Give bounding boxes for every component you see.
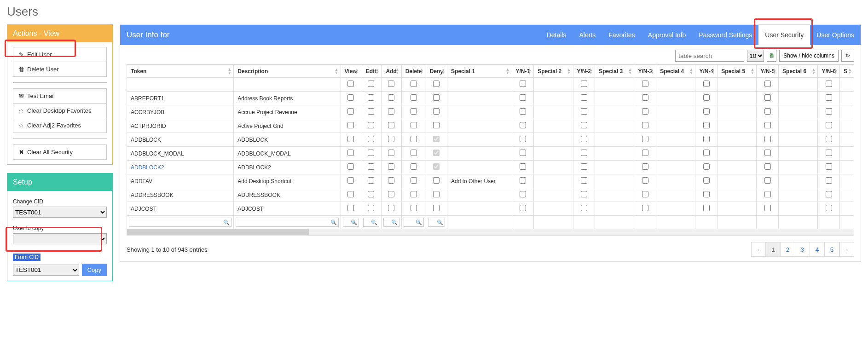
user-to-copy-select[interactable] [13, 233, 107, 244]
column-filter-input[interactable] [343, 218, 359, 227]
tab-details[interactable]: Details [540, 25, 573, 45]
column-header[interactable]: Y/N-4▲▼ [695, 65, 718, 78]
grid-checkbox[interactable] [520, 191, 526, 197]
column-header[interactable]: Edit▲▼ [361, 65, 381, 78]
grid-checkbox[interactable] [388, 108, 394, 115]
grid-checkbox[interactable] [703, 94, 710, 101]
tab-approval-info[interactable]: Approval Info [642, 25, 693, 45]
grid-checkbox[interactable] [520, 81, 526, 87]
grid-checkbox[interactable] [347, 81, 354, 87]
grid-checkbox[interactable] [520, 150, 526, 156]
grid-checkbox[interactable] [826, 94, 832, 101]
grid-checkbox[interactable] [520, 108, 526, 115]
grid-checkbox[interactable] [520, 136, 526, 142]
column-filter-input[interactable] [383, 218, 399, 227]
grid-checkbox[interactable] [433, 108, 440, 115]
column-header[interactable]: View▲▼ [341, 65, 361, 78]
grid-checkbox[interactable] [368, 94, 374, 101]
grid-checkbox[interactable] [642, 150, 648, 156]
table-scroll[interactable]: Token▲▼Description▲▼View▲▼Edit▲▼Add▲▼Del… [127, 64, 854, 229]
grid-checkbox[interactable] [703, 150, 710, 156]
grid-checkbox[interactable] [703, 108, 710, 115]
grid-checkbox[interactable] [347, 108, 354, 115]
page-next-button[interactable]: › [839, 242, 854, 257]
grid-checkbox[interactable] [581, 205, 587, 211]
grid-checkbox[interactable] [703, 163, 710, 170]
column-header[interactable]: S▲▼ [840, 65, 854, 78]
column-header[interactable]: Description▲▼ [234, 65, 341, 78]
grid-checkbox[interactable] [411, 177, 417, 184]
grid-checkbox[interactable] [368, 81, 374, 87]
grid-checkbox[interactable] [388, 163, 394, 170]
page-size-select[interactable]: 10 [747, 50, 764, 62]
tab-alerts[interactable]: Alerts [573, 25, 602, 45]
grid-checkbox[interactable] [581, 108, 587, 115]
grid-checkbox[interactable] [703, 205, 710, 211]
page-button[interactable]: 2 [781, 242, 795, 257]
column-filter-input[interactable] [129, 218, 231, 227]
column-filter-input[interactable] [404, 218, 424, 227]
grid-checkbox[interactable] [703, 136, 710, 142]
tab-user-security[interactable]: User Security [758, 25, 810, 45]
page-button[interactable]: 5 [825, 242, 839, 257]
column-header[interactable]: Add▲▼ [381, 65, 401, 78]
grid-checkbox[interactable] [368, 163, 374, 170]
grid-checkbox[interactable] [826, 205, 832, 211]
grid-checkbox[interactable] [368, 205, 374, 211]
grid-checkbox[interactable] [347, 177, 354, 184]
page-button[interactable]: 1 [766, 242, 781, 257]
clear-desktop-fav-button[interactable]: ☆ Clear Desktop Favorites [13, 104, 107, 118]
column-header[interactable]: Y/N-2▲▼ [573, 65, 595, 78]
tab-user-options[interactable]: User Options [810, 25, 861, 45]
grid-checkbox[interactable] [411, 122, 417, 128]
grid-checkbox[interactable] [581, 94, 587, 101]
grid-checkbox[interactable] [826, 150, 832, 156]
grid-checkbox[interactable] [433, 94, 440, 101]
token-link[interactable]: ADDBLOCK2 [131, 164, 164, 171]
grid-checkbox[interactable] [581, 177, 587, 184]
show-hide-columns-button[interactable]: Show / hide columns [779, 50, 839, 62]
grid-checkbox[interactable] [642, 191, 648, 197]
horizontal-scrollbar[interactable] [127, 229, 854, 236]
grid-checkbox[interactable] [642, 94, 648, 101]
grid-checkbox[interactable] [581, 150, 587, 156]
grid-checkbox[interactable] [347, 136, 354, 142]
grid-checkbox[interactable] [581, 163, 587, 170]
refresh-button[interactable]: ↻ [841, 50, 854, 62]
tab-favorites[interactable]: Favorites [602, 25, 642, 45]
column-header[interactable]: Deny▲▼ [426, 65, 447, 78]
grid-checkbox[interactable] [433, 122, 440, 128]
grid-checkbox[interactable] [388, 136, 394, 142]
grid-checkbox[interactable] [347, 205, 354, 211]
column-filter-input[interactable] [363, 218, 379, 227]
grid-checkbox[interactable] [411, 108, 417, 115]
grid-checkbox[interactable] [826, 177, 832, 184]
grid-checkbox[interactable] [433, 205, 440, 211]
grid-checkbox[interactable] [347, 122, 354, 128]
export-excel-button[interactable]: ⎘ [767, 50, 776, 62]
grid-checkbox[interactable] [433, 163, 440, 170]
column-header[interactable]: Delete▲▼ [401, 65, 426, 78]
grid-checkbox[interactable] [388, 94, 394, 101]
grid-checkbox[interactable] [368, 191, 374, 197]
grid-checkbox[interactable] [520, 94, 526, 101]
copy-button[interactable]: Copy [82, 264, 107, 276]
column-header[interactable]: Y/N-3▲▼ [634, 65, 656, 78]
grid-checkbox[interactable] [388, 150, 394, 156]
column-header[interactable]: Special 3▲▼ [595, 65, 634, 78]
grid-checkbox[interactable] [368, 108, 374, 115]
column-header[interactable]: Special 6▲▼ [779, 65, 818, 78]
grid-checkbox[interactable] [411, 94, 417, 101]
grid-checkbox[interactable] [581, 122, 587, 128]
grid-checkbox[interactable] [642, 108, 648, 115]
column-filter-input[interactable] [236, 218, 338, 227]
grid-checkbox[interactable] [764, 150, 771, 156]
page-button[interactable]: 3 [795, 242, 810, 257]
grid-checkbox[interactable] [764, 108, 771, 115]
grid-checkbox[interactable] [703, 81, 710, 87]
grid-checkbox[interactable] [347, 94, 354, 101]
grid-checkbox[interactable] [368, 150, 374, 156]
grid-checkbox[interactable] [764, 177, 771, 184]
grid-checkbox[interactable] [411, 150, 417, 156]
grid-checkbox[interactable] [347, 163, 354, 170]
